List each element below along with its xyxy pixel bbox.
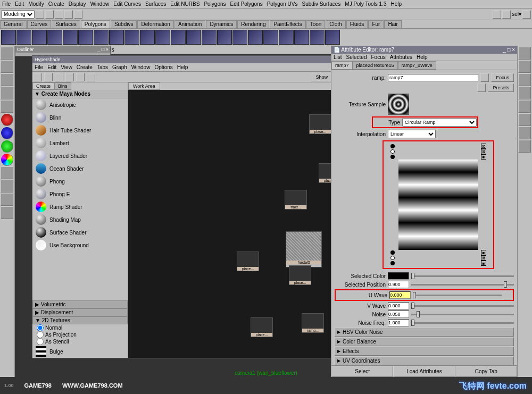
nav-icon[interactable]	[477, 83, 486, 92]
hsmenu-file[interactable]: File	[35, 64, 43, 70]
shader-ocean-shader[interactable]: Ocean Shader	[32, 162, 128, 175]
section-colorbalance[interactable]: Color Balance	[335, 337, 514, 346]
layout-icon[interactable]	[518, 100, 531, 113]
load-attrs-button[interactable]: Load Attributes	[393, 366, 455, 377]
copy-tab-button[interactable]: Copy Tab	[455, 366, 517, 377]
shader-phong-e[interactable]: Phong E	[32, 188, 128, 200]
tab-polygons[interactable]: Polygons	[81, 20, 110, 28]
item-bulge[interactable]: Bulge	[32, 345, 128, 358]
menu-edit-nurbs[interactable]: Edit NURBS	[170, 1, 200, 7]
tab-place2d[interactable]: place2dTexture15	[353, 61, 398, 70]
section-effects[interactable]: Effects	[335, 347, 514, 356]
node-placeA[interactable]: place...	[251, 317, 273, 337]
tool-icon[interactable]	[55, 10, 63, 19]
uwave-field[interactable]	[389, 291, 411, 299]
node-place1[interactable]: place...	[309, 114, 331, 134]
texmode-stencil[interactable]: As Stencil	[32, 338, 128, 345]
section-2dtextures[interactable]: ▼ 2D Textures	[32, 316, 128, 324]
shelf-icon[interactable]	[47, 30, 62, 45]
rotate-tool[interactable]	[1, 87, 13, 99]
hs-tool-icon[interactable]	[44, 73, 53, 81]
hsmenu-view[interactable]: View	[61, 64, 72, 70]
hs-tool-icon[interactable]	[34, 73, 42, 81]
move-tool[interactable]	[1, 73, 13, 86]
tab-hair[interactable]: Hair	[384, 20, 401, 28]
shelf-icon[interactable]	[217, 30, 232, 45]
tool-icon[interactable]	[36, 10, 44, 19]
shader-phong[interactable]: Phong	[32, 175, 128, 188]
attrmenu-attributes[interactable]: Attributes	[390, 54, 412, 60]
layout-icon[interactable]	[518, 47, 531, 60]
shader-surface-shader[interactable]: Surface Shader	[32, 226, 128, 239]
shelf-icon[interactable]	[202, 30, 217, 45]
type-select[interactable]: Circular Ramp	[402, 118, 477, 127]
nav-icon[interactable]	[480, 73, 489, 82]
menu-edit-curves[interactable]: Edit Curves	[113, 1, 141, 7]
scale-tool[interactable]	[1, 100, 13, 113]
shelf-icon[interactable]	[325, 30, 340, 45]
tab-fluids[interactable]: Fluids	[346, 20, 368, 28]
hsmenu-window[interactable]: Window	[131, 64, 151, 70]
tab-animation[interactable]: Animation	[174, 20, 205, 28]
menu-create[interactable]: Create	[48, 1, 64, 7]
shader-layered-shader[interactable]: Layered Shader	[32, 149, 128, 162]
hypershade-panel[interactable]: Hypershade FileEditViewCreateTabsGraphWi…	[32, 55, 355, 358]
tool-icon[interactable]	[64, 10, 73, 19]
noise-field[interactable]	[388, 311, 409, 318]
menu-polygons[interactable]: Polygons	[204, 1, 226, 7]
shader-blinn[interactable]: Blinn	[32, 111, 128, 124]
view-tool[interactable]	[1, 193, 13, 206]
menu-polygon-uvs[interactable]: Polygon UVs	[267, 1, 298, 7]
sel-label[interactable]: sel▾	[512, 11, 521, 17]
selcolor-swatch[interactable]	[388, 272, 409, 280]
view-tool[interactable]	[1, 180, 13, 192]
hsmenu-help[interactable]: Help	[177, 64, 188, 70]
manip-tool[interactable]	[1, 113, 13, 126]
selpos-field[interactable]	[388, 281, 409, 288]
menu-modify[interactable]: Modify	[28, 1, 44, 7]
shelf-icon[interactable]	[109, 30, 124, 45]
hsmenu-options[interactable]: Options	[154, 64, 172, 70]
selpos-slider[interactable]	[411, 284, 514, 286]
ramp-editor[interactable]: ⊠ ⊠ ■ ■ ⊠ ■	[386, 144, 491, 266]
attrmenu-selected[interactable]: Selected	[346, 54, 367, 60]
shader-hair-tube-shader[interactable]: Hair Tube Shader	[32, 124, 128, 137]
menu-file[interactable]: File	[2, 1, 11, 7]
outliner-panel[interactable]: Outliner_ □ ×	[15, 46, 111, 56]
hs-tool-icon[interactable]	[65, 73, 74, 81]
menu-edit[interactable]: Edit	[15, 1, 24, 7]
hsmenu-graph[interactable]: Graph	[112, 64, 127, 70]
vwave-field[interactable]	[388, 302, 409, 309]
shader-lambert[interactable]: Lambert	[32, 137, 128, 149]
section-displacement[interactable]: ▶ Displacement	[32, 308, 128, 316]
tab-curves[interactable]: Curves	[27, 20, 52, 28]
shelf-icon[interactable]	[232, 30, 247, 45]
interp-select[interactable]: Linear	[388, 130, 436, 138]
shelf-icon[interactable]	[63, 30, 78, 45]
tab-uwave[interactable]: ramp7_uWave	[398, 61, 436, 70]
main-menubar[interactable]: FileEditModifyCreateDisplayWindowEdit Cu…	[0, 0, 532, 9]
shelf-icon[interactable]	[263, 30, 278, 45]
shelf-icon[interactable]	[248, 30, 263, 45]
layout-icon[interactable]	[518, 60, 531, 73]
section-uv[interactable]: UV Coordinates	[335, 356, 514, 365]
node-placeB[interactable]: place...	[237, 252, 259, 271]
shader-shading-map[interactable]: Shading Map	[32, 213, 128, 226]
menu-surfaces[interactable]: Surfaces	[145, 1, 166, 7]
layout-icon[interactable]	[518, 140, 531, 153]
shelf-icon[interactable]	[279, 30, 294, 45]
shelf-icon[interactable]	[310, 30, 325, 45]
select-tool[interactable]	[1, 47, 13, 60]
hsmenu-edit[interactable]: Edit	[47, 64, 56, 70]
noisefreq-slider[interactable]	[411, 322, 514, 324]
select-button[interactable]: Select	[331, 366, 393, 377]
menu-window[interactable]: Window	[90, 1, 110, 7]
uwave-slider[interactable]	[413, 295, 502, 296]
section-hsv[interactable]: HSV Color Noise	[335, 328, 514, 337]
shelf-icon[interactable]	[294, 30, 309, 45]
selcolor-slider[interactable]	[411, 275, 514, 277]
hs-tool-icon[interactable]	[55, 73, 63, 81]
tab-toon[interactable]: Toon	[306, 20, 326, 28]
tab-fur[interactable]: Fur	[368, 20, 384, 28]
tab-subdivs[interactable]: Subdivs	[111, 20, 137, 28]
